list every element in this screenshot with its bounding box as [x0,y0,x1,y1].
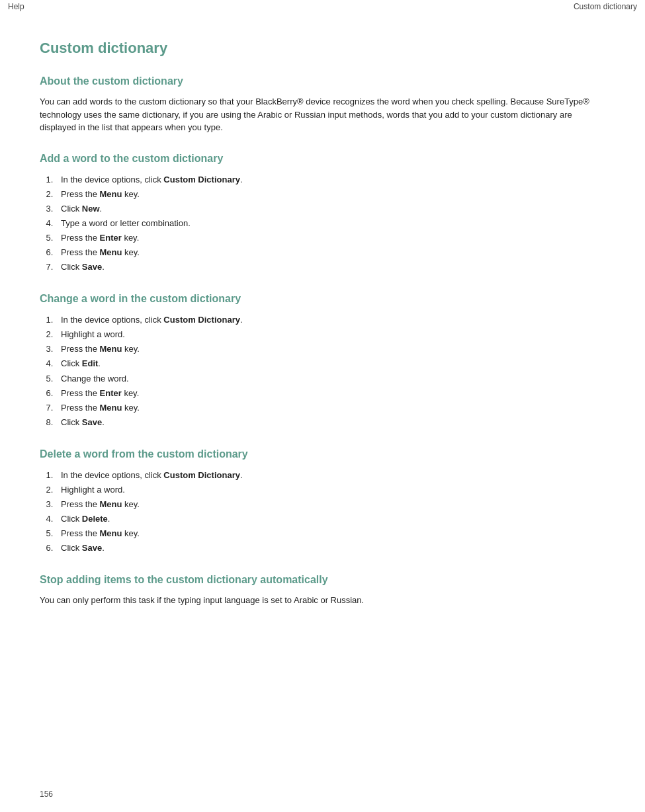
list-item: Click Save. [56,415,605,430]
bold-text: Enter [100,233,122,243]
content-area: Custom dictionary About the custom dicti… [0,13,645,665]
bold-text: Delete [82,514,108,524]
list-item: In the device options, click Custom Dict… [56,173,605,187]
bold-text: Edit [82,358,99,368]
bold-text: Menu [100,528,122,538]
list-item: Press the Menu key. [56,401,605,415]
page-title: Custom dictionary [40,40,605,57]
bold-text: Menu [100,499,122,509]
bold-text: Save [82,543,102,553]
list-item: Click Save. [56,541,605,555]
stop-paragraph: You can only perform this task if the ty… [40,594,605,607]
bold-text: Menu [100,247,122,257]
list-item: Press the Menu key. [56,187,605,202]
section-about: About the custom dictionary You can add … [40,75,605,134]
bold-text: Save [82,417,102,427]
list-item: In the device options, click Custom Dict… [56,468,605,483]
list-item: Press the Menu key. [56,342,605,356]
list-item: Press the Menu key. [56,526,605,541]
list-item: Click New. [56,202,605,216]
list-item: Click Edit. [56,356,605,371]
bold-text: Custom Dictionary [163,175,240,184]
section-title-add: Add a word to the custom dictionary [40,153,605,165]
list-item: Highlight a word. [56,327,605,342]
list-item: Highlight a word. [56,483,605,497]
delete-list: In the device options, click Custom Dict… [56,468,605,556]
help-label: Help [8,2,24,11]
list-item: In the device options, click Custom Dict… [56,313,605,327]
breadcrumb-custom-dictionary: Custom dictionary [574,2,637,11]
list-item: Press the Enter key. [56,386,605,401]
bold-text: Enter [100,388,122,398]
section-stop: Stop adding items to the custom dictiona… [40,574,605,607]
bold-text: Menu [100,189,122,199]
section-title-about: About the custom dictionary [40,75,605,87]
section-add: Add a word to the custom dictionary In t… [40,153,605,275]
list-item: Type a word or letter combination. [56,216,605,231]
list-item: Click Delete. [56,512,605,526]
section-delete: Delete a word from the custom dictionary… [40,448,605,556]
list-item: Press the Menu key. [56,245,605,260]
list-item: Click Save. [56,260,605,274]
list-item: Press the Menu key. [56,497,605,512]
top-bar: Help Custom dictionary [0,0,645,13]
section-title-change: Change a word in the custom dictionary [40,293,605,305]
bold-text: Save [82,262,102,272]
about-paragraph: You can add words to the custom dictiona… [40,95,605,134]
page-number: 156 [40,790,53,799]
list-item: Change the word. [56,372,605,386]
bold-text: Custom Dictionary [163,315,240,325]
bold-text: Menu [100,344,122,354]
add-list: In the device options, click Custom Dict… [56,173,605,275]
section-change: Change a word in the custom dictionary I… [40,293,605,430]
bold-text: New [82,204,100,214]
change-list: In the device options, click Custom Dict… [56,313,605,430]
bold-text: Custom Dictionary [163,470,240,480]
section-title-delete: Delete a word from the custom dictionary [40,448,605,460]
bold-text: Menu [100,403,122,413]
section-title-stop: Stop adding items to the custom dictiona… [40,574,605,586]
list-item: Press the Enter key. [56,231,605,245]
